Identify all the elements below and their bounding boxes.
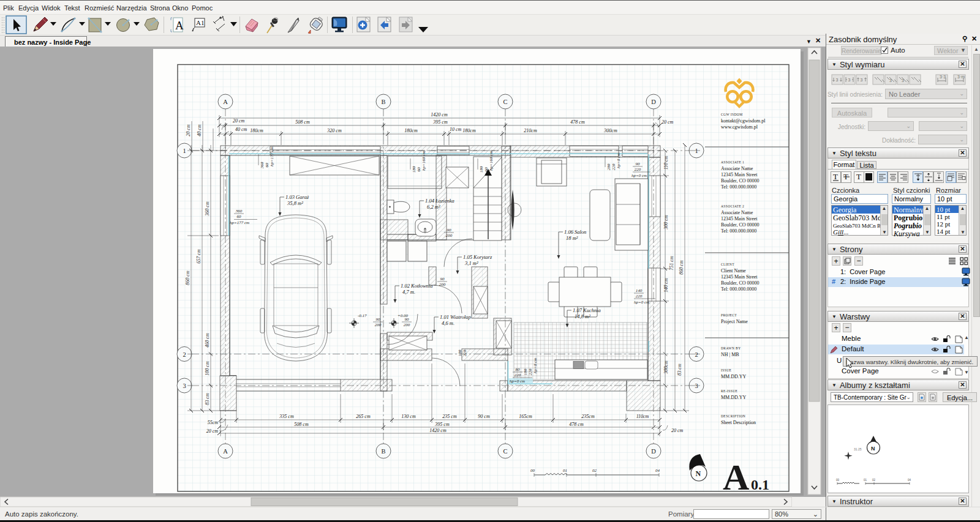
svg-text:478 cm: 478 cm [570,119,585,125]
svg-text:220: 220 [635,167,641,172]
svg-text:20 cm: 20 cm [671,428,684,433]
svg-text:200: 200 [446,233,453,238]
svg-text:220: 220 [636,294,643,299]
svg-text:130 cm: 130 cm [401,414,416,419]
svg-text:3: 3 [848,78,851,82]
svg-text:Associate Name: Associate Name [721,210,753,215]
svg-text:CGW ISDOM: CGW ISDOM [721,113,742,116]
svg-text:RE-ISSUE: RE-ISSUE [721,389,738,393]
svg-text:1.02 Kotłownia: 1.02 Kotłownia [401,283,432,289]
svg-text:20 cm: 20 cm [662,119,674,125]
svg-text:hp=0 cm: hp=0 cm [631,173,647,178]
svg-text:C: C [503,448,507,455]
svg-text:Tel: 000.000.0000: Tel: 000.000.0000 [721,184,756,190]
svg-text:DRAWN BY: DRAWN BY [721,346,741,350]
svg-text:110cm: 110cm [636,414,649,419]
svg-text:ASSOCIATE 2: ASSOCIATE 2 [721,204,744,208]
svg-text:01: 01 [864,479,867,482]
svg-text:Project Name: Project Name [721,319,748,324]
svg-text:hp=160 cm: hp=160 cm [489,151,494,171]
svg-text:hp=0 cm: hp=0 cm [510,379,525,384]
svg-text:265 cm: 265 cm [356,414,371,419]
svg-text:D: D [651,448,656,455]
svg-text:Boulder, CO 00000: Boulder, CO 00000 [721,178,760,184]
svg-text:NH | MB: NH | MB [721,352,739,357]
svg-text:80: 80 [516,367,521,372]
svg-text:165cm: 165cm [519,414,532,419]
svg-text:60: 60 [237,214,242,219]
svg-text:02: 02 [872,479,876,482]
svg-text:0.1: 0.1 [751,477,769,493]
svg-text:320 cm: 320 cm [326,128,342,133]
svg-text:83 cm: 83 cm [677,364,682,376]
svg-text:90: 90 [636,162,641,166]
svg-text:ISSUE: ISSUE [721,368,732,372]
svg-text:Boulder, CO 00000: Boulder, CO 00000 [721,222,760,228]
svg-text:460 cm: 460 cm [205,333,210,348]
svg-text:hp=0 cm: hp=0 cm [634,300,649,305]
svg-text:Sheet Description: Sheet Description [721,420,756,425]
svg-text:hp=0 cm: hp=0 cm [616,153,621,168]
svg-text:Tel: 000.000.0000: Tel: 000.000.0000 [721,286,756,292]
svg-text:280: 280 [606,163,611,170]
svg-text:55cm: 55cm [208,420,219,425]
svg-text:1.07 Kuchnia: 1.07 Kuchnia [573,307,601,313]
svg-text:3: 3 [836,78,839,82]
svg-text:T: T [833,172,838,181]
svg-text:A1: A1 [196,19,204,26]
svg-text:ASSOCIATE 1: ASSOCIATE 1 [721,160,744,164]
svg-text:1: 1 [183,147,186,154]
svg-text:14,8 m²: 14,8 m² [575,313,590,319]
svg-text:3: 3 [861,78,863,82]
svg-text:140 cm: 140 cm [663,278,669,293]
svg-text:100 cm: 100 cm [205,361,210,376]
svg-text:kontakt@cgwisdom.pl: kontakt@cgwisdom.pl [721,118,766,124]
svg-text:hp=177 cm: hp=177 cm [230,220,249,225]
svg-text:4,6 m.: 4,6 m. [442,320,454,326]
svg-text:31.25: 31.25 [854,447,862,451]
svg-text:20 cm: 20 cm [233,118,245,124]
svg-text:90: 90 [405,317,410,322]
svg-text:3: 3 [889,78,892,83]
svg-text:60: 60 [265,163,270,168]
svg-text:220: 220 [611,163,616,170]
svg-text:6,2 m²: 6,2 m² [427,204,440,210]
svg-text:200: 200 [439,282,446,287]
svg-text:MM.DD.YY: MM.DD.YY [721,395,747,400]
svg-text:3: 3 [695,382,698,389]
svg-text:PROJECT: PROJECT [721,313,737,317]
svg-text:657 cm: 657 cm [196,249,202,264]
svg-text:A: A [175,19,184,32]
svg-text:40 cm: 40 cm [197,124,202,136]
svg-text:1.04 Łazienka: 1.04 Łazienka [425,198,454,204]
svg-text:140: 140 [636,288,643,293]
svg-text:B: B [381,448,385,455]
svg-text:04: 04 [655,468,660,473]
svg-text:3: 3 [902,78,904,83]
svg-text:A: A [223,99,228,105]
svg-text:180cm: 180cm [462,128,476,133]
svg-text:N: N [871,446,875,452]
svg-text:60: 60 [417,167,421,172]
svg-text:508 cm: 508 cm [294,422,309,427]
svg-text:180cm: 180cm [404,128,418,133]
svg-text:1420 cm: 1420 cm [431,112,448,117]
svg-text:3·3: 3·3 [940,75,946,79]
svg-text:2: 2 [183,351,186,358]
svg-text:Tel: 000.000.0000: Tel: 000.000.0000 [721,228,756,234]
svg-text:200: 200 [404,323,410,327]
svg-text:Associate Name: Associate Name [721,166,753,171]
svg-text:www.cgwisdom.pl: www.cgwisdom.pl [721,124,758,130]
svg-text:hp=0 cm: hp=0 cm [533,358,538,373]
svg-text:20 cm: 20 cm [186,124,191,136]
svg-text:Client Name: Client Name [721,268,746,274]
svg-text:335 cm: 335 cm [279,414,294,419]
svg-text:01: 01 [563,468,567,473]
svg-text:1.05 Korytarz: 1.05 Korytarz [463,254,492,260]
svg-text:A: A [223,448,228,455]
svg-text:12345 Main Street: 12345 Main Street [721,172,758,177]
svg-text:00: 00 [836,479,840,482]
svg-text:100: 100 [458,349,462,356]
svg-text:3: 3 [183,382,186,389]
svg-text:MM.DD.YY: MM.DD.YY [721,374,747,379]
